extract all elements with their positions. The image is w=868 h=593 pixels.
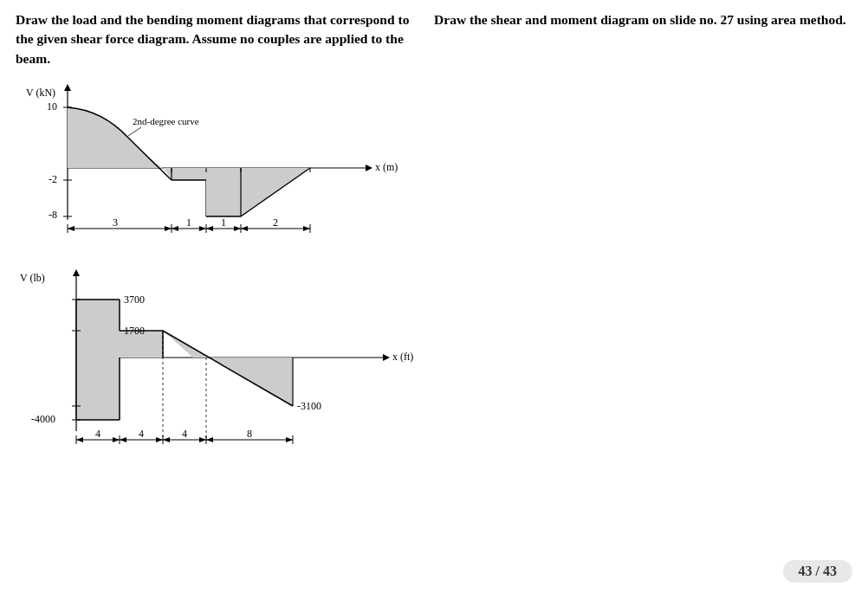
diagram2-y-label: V (lb): [20, 272, 45, 284]
svg-line-4: [128, 127, 141, 136]
dim-2: 2: [273, 216, 278, 229]
y-val-minus4000: -4000: [31, 413, 55, 425]
svg-rect-9: [206, 168, 241, 216]
dim-1b: 1: [221, 216, 226, 229]
svg-marker-41: [383, 354, 390, 361]
diagram1-y-label: V (kN): [26, 87, 55, 99]
svg-marker-28: [165, 226, 172, 231]
left-text: Draw the load and the bending moment dia…: [16, 10, 434, 68]
diagram-row-2: V (lb) x (ft): [16, 262, 852, 465]
top-section: Draw the load and the bending moment dia…: [16, 10, 852, 68]
svg-marker-75: [286, 437, 293, 442]
svg-marker-31: [206, 226, 213, 231]
svg-marker-74: [206, 437, 213, 442]
y-val-minus3100: -3100: [297, 400, 321, 412]
svg-marker-62: [76, 437, 83, 442]
y-val-10: 10: [47, 100, 57, 113]
y-val-1700: 1700: [124, 325, 145, 337]
svg-marker-34: [303, 226, 310, 231]
diagram1-curve-label: 2nd-degree curve: [133, 116, 199, 126]
svg-marker-67: [156, 437, 163, 442]
dim-8: 8: [247, 428, 252, 440]
svg-marker-71: [199, 437, 206, 442]
svg-marker-29: [172, 226, 178, 231]
svg-marker-70: [163, 437, 170, 442]
diagram2-svg: V (lb) x (ft): [16, 262, 414, 461]
svg-marker-33: [241, 226, 248, 231]
dim-3: 3: [113, 216, 118, 229]
y-val-minus2: -2: [49, 173, 57, 185]
svg-marker-2: [64, 84, 71, 91]
svg-marker-40: [73, 269, 80, 276]
dim-4a: 4: [95, 428, 100, 440]
dim-4c: 4: [182, 428, 187, 440]
svg-marker-32: [234, 226, 241, 231]
y-val-3700: 3700: [124, 293, 145, 306]
page-container: Draw the load and the bending moment dia…: [0, 0, 868, 593]
dim-4b: 4: [139, 428, 144, 440]
page-number: 43 / 43: [783, 560, 852, 583]
diagram1-svg: V (kN) x (m) 2nd-degree curve: [16, 77, 414, 250]
svg-rect-43: [76, 358, 120, 420]
diagram2-wrapper: V (lb) x (ft): [16, 262, 440, 465]
diagram2-x-label: x (ft): [392, 351, 413, 363]
dim-1a: 1: [186, 216, 191, 229]
diagram1-wrapper: V (kN) x (m) 2nd-degree curve: [16, 77, 440, 254]
y-val-minus8: -8: [49, 209, 57, 221]
diagram-row-1: V (kN) x (m) 2nd-degree curve: [16, 77, 852, 254]
diagrams-section: V (kN) x (m) 2nd-degree curve: [16, 77, 852, 584]
right-text: Draw the shear and moment diagram on sli…: [434, 10, 852, 68]
svg-marker-27: [68, 226, 74, 231]
svg-rect-42: [76, 300, 120, 358]
svg-marker-66: [120, 437, 126, 442]
svg-rect-5: [172, 168, 206, 180]
svg-marker-3: [366, 164, 372, 171]
svg-marker-63: [113, 437, 120, 442]
svg-marker-30: [199, 226, 206, 231]
diagram1-x-label: x (m): [375, 161, 398, 173]
